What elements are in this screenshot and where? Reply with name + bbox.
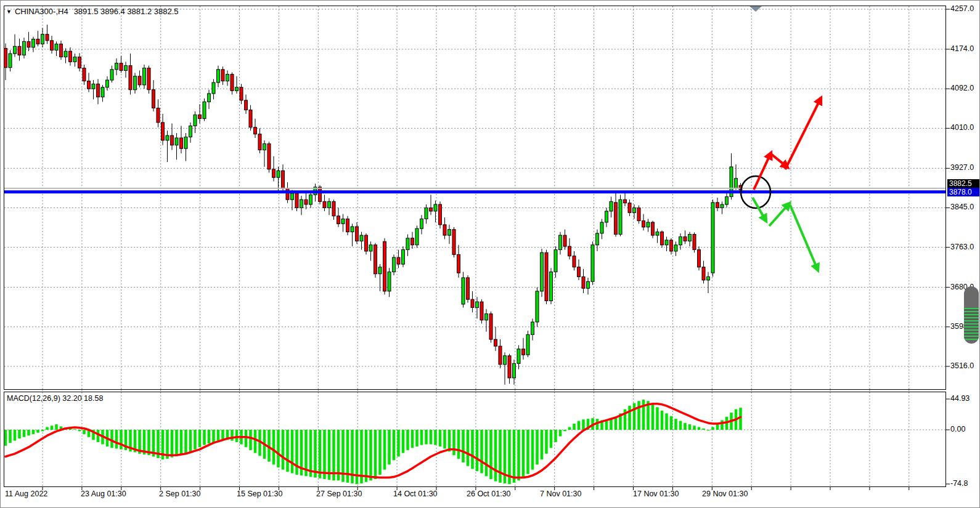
bearish-scenario-arrow[interactable]: [790, 205, 818, 270]
symbol-dropdown-icon[interactable]: ▼: [6, 9, 12, 15]
macd-histogram-bar: [563, 430, 566, 431]
bear-candle: [138, 76, 141, 85]
time-axis-label: 14 Oct 01:30: [393, 490, 438, 498]
bear-candle: [157, 108, 160, 122]
bull-candle: [420, 219, 423, 228]
bear-candle: [129, 66, 132, 90]
bear-candle: [670, 240, 673, 251]
macd-histogram-bar: [397, 430, 400, 457]
bear-candle: [27, 41, 30, 47]
macd-histogram-bar: [18, 430, 21, 438]
macd-histogram-bar: [656, 407, 659, 430]
bear-candle: [51, 41, 54, 50]
macd-histogram-bar: [51, 425, 54, 430]
bull-candle: [14, 46, 17, 54]
macd-histogram-bar: [383, 430, 386, 470]
horizontal-support-line[interactable]: [4, 190, 945, 193]
bear-candle: [272, 169, 276, 177]
bull-candle: [175, 138, 178, 145]
bear-candle: [615, 203, 618, 235]
macd-histogram-bar: [171, 430, 174, 458]
bear-candle: [161, 123, 165, 140]
bear-candle: [120, 63, 123, 71]
chart-window: ▼CHINA300-,H43891.5 3896.4 3881.2 3882.5…: [0, 0, 980, 508]
macd-histogram-bar: [578, 421, 581, 430]
bear-candle: [651, 222, 655, 235]
bear-candle: [471, 299, 474, 307]
bear-candle: [46, 34, 49, 41]
bull-candle: [462, 278, 465, 304]
bear-candle: [545, 252, 548, 300]
macd-histogram-bar: [605, 421, 608, 430]
bear-candle: [467, 278, 470, 299]
macd-histogram-bar: [471, 430, 474, 469]
macd-histogram-bar: [536, 430, 539, 464]
bull-candle: [610, 201, 613, 211]
bear-candle: [452, 230, 455, 255]
chart-canvas[interactable]: [1, 1, 980, 508]
bear-candle: [494, 339, 497, 346]
macd-histogram-bar: [485, 430, 488, 476]
macd-histogram-bar: [420, 430, 423, 445]
bear-candle: [693, 235, 696, 250]
macd-histogram-bar: [439, 430, 442, 446]
bear-candle: [323, 201, 326, 208]
bull-candle: [688, 235, 692, 241]
macd-histogram-bar: [499, 430, 502, 483]
macd-histogram-bar: [14, 430, 17, 441]
macd-histogram-bar: [448, 430, 451, 451]
bear-candle: [430, 208, 433, 211]
macd-histogram-bar: [55, 424, 58, 430]
bear-candle: [356, 227, 359, 241]
macd-histogram-bar: [406, 430, 409, 450]
macd-histogram-bar: [9, 430, 12, 443]
macd-histogram-bar: [378, 430, 382, 475]
macd-histogram-bar: [517, 430, 520, 480]
bearish-scenario-arrow[interactable]: [769, 203, 790, 226]
bull-candle: [415, 228, 419, 245]
macd-histogram-bar: [489, 430, 492, 479]
macd-histogram-bar: [628, 406, 631, 430]
bearish-scenario-arrow[interactable]: [753, 198, 766, 221]
bear-candle: [480, 302, 483, 320]
macd-histogram-bar: [97, 430, 100, 442]
macd-histogram-bar: [374, 430, 377, 479]
macd-histogram-bar: [369, 430, 372, 480]
bull-candle: [41, 34, 44, 44]
macd-histogram-bar: [32, 430, 35, 434]
bull-candle: [101, 87, 104, 97]
bull-candle: [166, 135, 169, 140]
macd-histogram-bar: [231, 430, 234, 441]
time-axis-label: 7 Nov 01:30: [540, 490, 581, 498]
bull-candle: [23, 41, 26, 55]
bull-candle: [369, 245, 372, 251]
macd-histogram-bar: [78, 430, 81, 431]
price-tick-label: 4092.0: [950, 84, 974, 92]
macd-histogram-bar: [541, 430, 544, 459]
bull-candle: [360, 235, 363, 241]
bull-candle: [434, 204, 437, 211]
bull-candle: [674, 245, 677, 251]
macd-histogram-bar: [323, 430, 326, 479]
macd-histogram-bar: [235, 430, 239, 442]
bear-candle: [578, 267, 581, 277]
bear-candle: [563, 235, 566, 246]
bear-candle: [69, 51, 72, 62]
macd-histogram-bar: [554, 430, 557, 442]
macd-indicator-label: MACD(12,26,9) 32.20 18.58: [7, 394, 103, 403]
bear-candle: [457, 254, 460, 273]
macd-histogram-bar: [633, 403, 636, 430]
macd-histogram-bar: [430, 430, 433, 445]
macd-histogram-bar: [679, 421, 682, 430]
price-tick-label: 4257.0: [950, 4, 974, 13]
macd-histogram-bar: [425, 430, 428, 445]
macd-histogram-bar: [411, 430, 414, 448]
bear-candle: [78, 57, 81, 68]
bear-candle: [702, 267, 705, 280]
bear-candle: [231, 75, 234, 91]
bear-candle: [628, 203, 631, 213]
bull-candle: [406, 238, 409, 250]
bullish-scenario-arrow[interactable]: [771, 154, 788, 167]
macd-histogram-bar: [698, 427, 701, 430]
scrollbar-thumb[interactable]: [964, 286, 979, 344]
